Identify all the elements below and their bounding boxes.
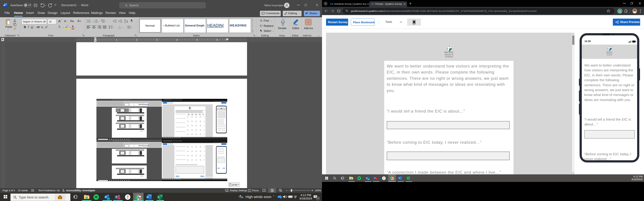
svg-text:W: W	[147, 196, 149, 198]
svg-text:NEW: NEW	[107, 198, 110, 200]
svg-text:Evaluation: Evaluation	[445, 56, 453, 58]
svg-text:W: W	[398, 177, 400, 179]
svg-text:Z: Z	[124, 21, 126, 23]
svg-text:1: 1	[94, 19, 94, 21]
svg-text:X: X	[407, 177, 408, 179]
svg-text:A: A	[124, 19, 126, 21]
svg-text:PACIFIC: PACIFIC	[444, 51, 454, 54]
svg-text:T: T	[116, 196, 117, 198]
svg-text:Evaluation: Evaluation	[607, 54, 612, 56]
svg-text:3: 3	[94, 22, 94, 23]
svg-text:ac: ac	[260, 26, 262, 27]
svg-text:T: T	[374, 177, 376, 179]
svg-text:PACIFIC: PACIFIC	[606, 51, 612, 53]
svg-text:W: W	[4, 4, 6, 6]
svg-text:X: X	[158, 196, 160, 198]
svg-text:Research &: Research &	[445, 54, 454, 56]
